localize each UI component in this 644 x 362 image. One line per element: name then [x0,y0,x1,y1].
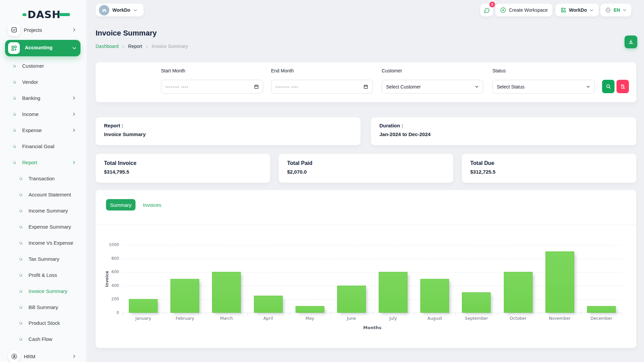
chevron-down-icon [475,84,479,89]
sidebar-item-customer[interactable]: Customer [0,61,87,71]
sidebar-item-expense-summary[interactable]: Expense Summary [0,222,87,232]
breadcrumb-dashboard[interactable]: Dashboard [96,44,119,49]
y-tick-600: 600 [96,269,119,274]
bullet-ring-icon [18,321,23,325]
x-label-august: August [414,316,455,321]
x-label-december: December [581,316,622,321]
bullet-ring-icon [12,64,16,68]
duration-value: Jan-2024 to Dec-2024 [379,131,431,137]
workspace-selector[interactable]: WorkDo [96,4,144,16]
sidebar-item-banking[interactable]: Banking [0,93,87,103]
x-tick-mark [164,313,164,315]
sidebar-item-account-statement[interactable]: Account Statement [0,189,87,199]
chevron-right-icon [72,160,76,165]
bullet-ring-icon [18,208,23,213]
sidebar-item-vendor[interactable]: Vendor [0,77,87,87]
sidebar-item-hrm[interactable]: HRM [0,350,87,362]
bar-june [337,286,366,313]
y-tick-200: 200 [96,297,119,301]
sidebar-item-report[interactable]: Report [0,157,87,167]
sidebar-item-product-stock[interactable]: Product Stock [0,318,87,328]
status-select-value: Select Status [497,84,525,89]
page-title: Invoice Summary [96,29,157,38]
start-month-input[interactable]: -------- ---- [161,80,263,94]
download-icon [628,39,634,45]
bar-march [212,272,241,313]
language-selector[interactable]: EN [600,4,631,16]
chevron-down-icon [586,84,590,89]
sidebar-item-projects[interactable]: Projects [0,23,87,36]
chevron-down-icon [589,8,594,12]
bullet-ring-icon [12,160,16,165]
breadcrumb-report[interactable]: Report [128,44,142,49]
sidebar-item-income-vs-expense[interactable]: Income Vs Expense [0,238,87,248]
sidebar-item-financial-goal[interactable]: Financial Goal [0,141,87,151]
bar-april [254,296,283,313]
download-button[interactable] [625,36,637,48]
sidebar-item-income-summary[interactable]: Income Summary [0,205,87,216]
sidebar-item-income[interactable]: Income [0,109,87,119]
sidebar-item-label: Income Summary [29,208,68,214]
create-workspace-button[interactable]: Create Workspace [495,4,552,16]
total-invoice-value: $314,795.5 [104,169,129,175]
x-label-september: September [455,316,497,321]
sidebar-item-label: HRM [24,354,35,359]
x-tick-mark [289,313,289,315]
bar-august [420,279,449,313]
sidebar-item-invoice-summary[interactable]: Invoice Summary [0,286,87,296]
brand-logo[interactable]: DASH [22,9,70,20]
chevron-right-icon [72,112,76,116]
x-tick-mark [497,313,498,315]
x-label-may: May [289,316,331,321]
gridline-1000 [122,245,622,245]
x-tick-mark [372,313,373,315]
sidebar-item-accounting[interactable]: Accounting [5,40,80,56]
bar-december [587,306,616,313]
apply-filter-button[interactable] [602,80,614,93]
workspace-switcher-button[interactable]: WorkDo [555,4,599,16]
workspace-switcher-label: WorkDo [569,7,587,13]
customer-select[interactable]: Select Customer [382,80,483,94]
sidebar-item-expense[interactable]: Expense [0,125,87,135]
breadcrumb-current: Invoice Summary [152,44,188,49]
tab-summary[interactable]: Summary [106,199,136,210]
sidebar-item-bill-summary[interactable]: Bill Summary [0,302,87,312]
bar-february [170,279,199,313]
total-invoice-card: Total Invoice $314,795.5 [96,154,270,183]
bar-january [129,299,158,313]
tab-invoices[interactable]: Invoices [138,199,166,210]
language-code: EN [613,7,620,13]
sidebar-item-tax-summary[interactable]: Tax Summary [0,254,87,264]
sidebar-item-label: Customer [22,63,44,69]
x-axis-title: Months [363,325,381,330]
reset-filter-button[interactable] [616,80,629,93]
sidebar-item-profit-loss[interactable]: Profit & Loss [0,270,87,280]
logo-accent-right [59,13,70,16]
x-tick-mark [581,313,581,315]
end-month-input[interactable]: -------- ---- [271,80,373,94]
chevron-down-icon [72,46,77,51]
customer-label: Customer [382,68,402,73]
sidebar-item-label: Bill Summary [29,304,58,310]
total-paid-label: Total Paid [287,160,312,166]
total-paid-value: $2,070.0 [287,169,307,175]
status-select[interactable]: Select Status [492,80,595,94]
grid-plus-icon [560,7,567,13]
bullet-ring-icon [18,257,23,261]
workspace-avatar [99,5,109,15]
bar-october [504,272,533,313]
messages-button[interactable]: 0 [480,4,493,16]
sidebar-item-label: Projects [24,27,42,33]
bullet-ring-icon [18,337,23,341]
sidebar-item-transaction[interactable]: Transaction [0,173,87,183]
total-paid-card: Total Paid $2,070.0 [279,154,453,183]
sidebar-item-label: Transaction [29,176,55,181]
check-square-icon [8,24,20,36]
x-label-april: April [248,316,289,321]
bullet-ring-icon [12,96,16,100]
y-tick-1000: 1000 [96,242,119,247]
total-due-label: Total Due [470,160,494,166]
duration-info-card: Duration : Jan-2024 to Dec-2024 [371,117,636,145]
report-label: Report : [104,123,123,128]
sidebar-item-cash-flow[interactable]: Cash Flow [0,334,87,344]
